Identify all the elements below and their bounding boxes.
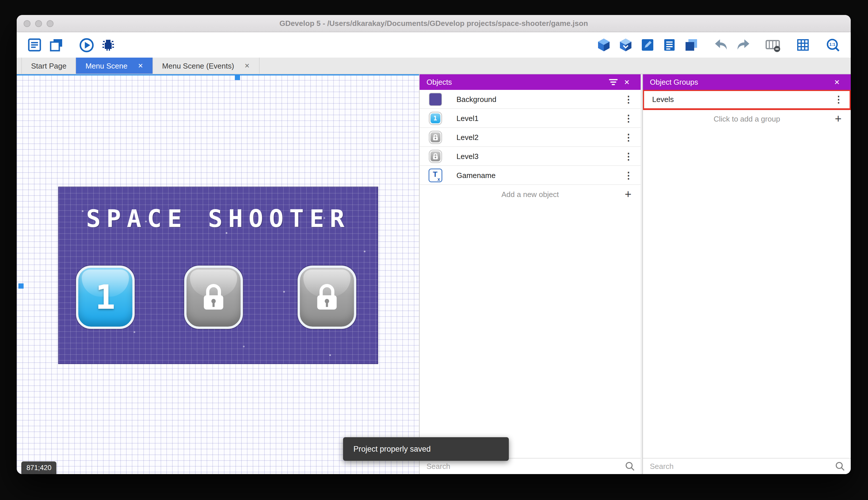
search-icon — [625, 462, 635, 471]
close-icon[interactable]: ✕ — [138, 62, 143, 69]
kebab-menu-icon[interactable]: ⋮ — [622, 170, 635, 181]
close-object-groups-panel-button[interactable]: ✕ — [830, 75, 844, 89]
traffic-lights — [24, 20, 54, 27]
add-group-row[interactable]: Click to add a group + — [643, 110, 851, 128]
close-icon: ✕ — [624, 78, 630, 86]
cursor-coordinates: 871;420 — [21, 462, 57, 474]
group-label: Levels — [652, 95, 832, 104]
game-title-text-object[interactable]: SPACE SHOOTER — [59, 204, 378, 233]
selection-handle-top[interactable] — [235, 75, 240, 80]
object-label: Level1 — [456, 114, 622, 122]
filter-icon — [608, 77, 618, 87]
object-groups-panel-header: Object Groups ✕ — [643, 74, 851, 90]
window-zoom-button[interactable] — [47, 20, 54, 27]
toolbar: 1:1 — [17, 32, 851, 58]
groups-search-bar — [643, 458, 851, 474]
text-object-icon: Tx — [429, 169, 442, 181]
objects-panel: Objects ✕ Background ⋮ 1 Level1 — [419, 74, 641, 474]
tab-start-page[interactable]: Start Page — [21, 58, 76, 74]
kebab-menu-icon[interactable]: ⋮ — [622, 132, 635, 143]
level1-object-icon: 1 — [429, 112, 442, 124]
level1-number-label: 1 — [95, 278, 115, 317]
preview-button[interactable] — [77, 35, 96, 55]
close-objects-panel-button[interactable]: ✕ — [620, 75, 634, 89]
toggle-grid-button[interactable] — [793, 35, 813, 55]
scene-editor-button[interactable] — [47, 35, 66, 55]
app-window: GDevelop 5 - /Users/dkarakay/Documents/G… — [17, 15, 851, 474]
background-object-instance[interactable]: SPACE SHOOTER 1 — [58, 186, 378, 364]
background-object-icon — [429, 93, 442, 105]
export-button[interactable] — [594, 35, 613, 55]
level2-object-icon — [429, 131, 442, 144]
add-new-object-row[interactable]: Add a new object + — [420, 185, 641, 204]
toolbar-right-group: 1:1 — [594, 35, 843, 55]
scene-window-icon — [49, 37, 64, 53]
kebab-menu-icon[interactable]: ⋮ — [622, 151, 635, 162]
plus-icon[interactable]: + — [835, 112, 842, 126]
lined-document-icon — [662, 37, 677, 53]
undo-arrow-icon — [713, 37, 729, 53]
level3-button-instance[interactable] — [297, 265, 356, 329]
events-sheet-button[interactable] — [660, 35, 679, 55]
main-content: SPACE SHOOTER 1 — [17, 74, 851, 474]
tab-label: Menu Scene — [85, 61, 128, 70]
project-manager-button[interactable] — [25, 35, 44, 55]
instances-list-button[interactable] — [681, 35, 701, 55]
plus-icon[interactable]: + — [625, 188, 631, 201]
object-row-level2[interactable]: Level2 ⋮ — [420, 128, 641, 147]
objects-search-input[interactable] — [426, 462, 625, 470]
object-row-level1[interactable]: 1 Level1 ⋮ — [420, 109, 641, 128]
zoom-reset-button[interactable]: 1:1 — [823, 35, 843, 55]
object-label: Gamename — [456, 171, 622, 180]
layers-icon — [684, 37, 699, 53]
bug-icon — [101, 37, 116, 53]
kebab-menu-icon[interactable]: ⋮ — [832, 94, 845, 105]
object-row-level3[interactable]: Level3 ⋮ — [420, 147, 641, 166]
asset-store-button[interactable] — [616, 35, 635, 55]
kebab-menu-icon[interactable]: ⋮ — [622, 113, 635, 124]
redo-button[interactable] — [733, 35, 753, 55]
scene-canvas[interactable]: SPACE SHOOTER 1 — [17, 74, 419, 474]
object-groups-panel-title: Object Groups — [650, 78, 698, 87]
play-icon — [79, 37, 94, 53]
tab-menu-scene-events[interactable]: Menu Scene (Events) ✕ — [153, 58, 259, 74]
film-strip-minus-icon — [765, 37, 781, 53]
object-row-background[interactable]: Background ⋮ — [420, 90, 641, 109]
level1-button-instance[interactable]: 1 — [76, 265, 135, 329]
object-label: Level2 — [456, 133, 622, 141]
objects-panel-title: Objects — [426, 78, 452, 87]
toolbar-left-group — [25, 35, 118, 55]
window-close-button[interactable] — [24, 20, 31, 27]
edit-scene-button[interactable] — [638, 35, 657, 55]
undo-button[interactable] — [712, 35, 731, 55]
kebab-menu-icon[interactable]: ⋮ — [622, 94, 635, 104]
level2-button-instance[interactable] — [184, 265, 243, 329]
cube-assets-icon — [618, 37, 633, 53]
titlebar: GDevelop 5 - /Users/dkarakay/Documents/G… — [17, 15, 851, 32]
close-icon[interactable]: ✕ — [244, 62, 249, 69]
pencil-square-icon — [640, 37, 655, 53]
toggle-mask-button[interactable] — [763, 35, 783, 55]
object-row-gamename[interactable]: Tx Gamename ⋮ — [420, 166, 641, 185]
toast-notification: Project properly saved — [343, 437, 509, 461]
lock-icon — [314, 282, 340, 313]
object-groups-list: Levels ⋮ Click to add a group + — [643, 90, 851, 458]
zoom-level-label: 1:1 — [829, 42, 835, 46]
zoom-1-1-icon: 1:1 — [825, 37, 841, 53]
add-group-label: Click to add a group — [714, 115, 780, 123]
add-new-object-label: Add a new object — [501, 190, 559, 199]
group-row-levels[interactable]: Levels ⋮ — [643, 90, 851, 110]
window-minimize-button[interactable] — [35, 20, 42, 27]
filter-objects-button[interactable] — [606, 75, 620, 89]
groups-search-input[interactable] — [650, 462, 835, 470]
object-label: Background — [456, 95, 622, 103]
project-manager-icon — [27, 37, 42, 53]
tab-menu-scene[interactable]: Menu Scene ✕ — [76, 58, 153, 74]
level3-object-icon — [429, 150, 442, 162]
object-groups-panel: Object Groups ✕ Levels ⋮ Click to add a … — [642, 74, 851, 474]
selection-top-edge — [17, 74, 419, 76]
debugger-button[interactable] — [98, 35, 118, 55]
tab-label: Start Page — [31, 61, 67, 70]
search-icon — [835, 462, 845, 471]
selection-handle-left[interactable] — [19, 283, 24, 288]
